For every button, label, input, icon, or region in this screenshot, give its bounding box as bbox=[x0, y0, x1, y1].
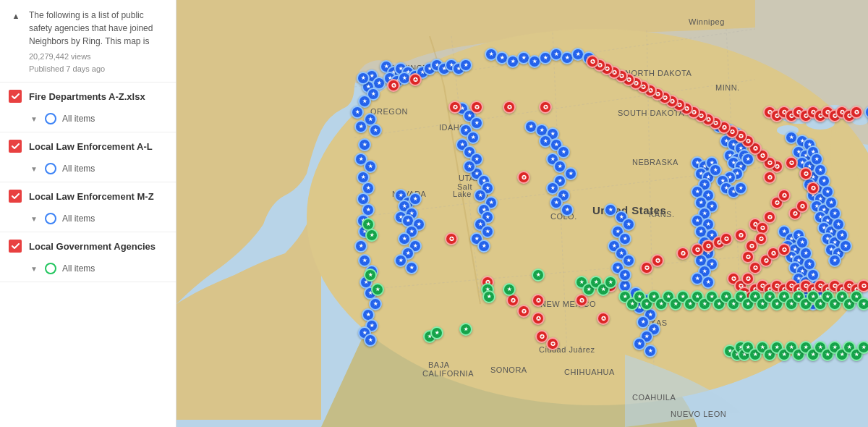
fire-checkbox[interactable] bbox=[9, 90, 22, 103]
law-al-dot-icon bbox=[45, 163, 56, 174]
layer-group-law-al: Local Law Enforcement A-L ▼ All items bbox=[0, 132, 176, 182]
law-mz-checkbox[interactable] bbox=[9, 190, 22, 203]
gov-layer-name: Local Government Agencies bbox=[29, 241, 167, 252]
view-count: 20,279,442 views bbox=[29, 51, 164, 63]
layer-row-law-al: Local Law Enforcement A-L bbox=[0, 132, 176, 160]
fire-layer-name: Fire Departments A-Z.xlsx bbox=[29, 91, 167, 102]
law-mz-dot-icon bbox=[45, 213, 56, 224]
layer-group-law-mz: Local Law Enforcement M-Z ▼ All items bbox=[0, 182, 176, 232]
map-area[interactable]: WASHINGTON MONTANA NORTH DAKOTA MINN. ID… bbox=[176, 0, 868, 427]
gov-dot-icon bbox=[45, 263, 56, 274]
fire-items-row[interactable]: ▼ All items bbox=[0, 110, 176, 132]
layer-group-fire: Fire Departments A-Z.xlsx ▼ All items bbox=[0, 83, 176, 132]
gov-items-label: All items bbox=[62, 263, 95, 274]
sidebar-header: ▲ The following is a list of public safe… bbox=[0, 0, 176, 83]
svg-point-5 bbox=[780, 108, 817, 124]
gov-checkbox[interactable] bbox=[9, 240, 22, 253]
layer-row-fire: Fire Departments A-Z.xlsx bbox=[0, 83, 176, 110]
fire-dot-icon bbox=[45, 113, 56, 124]
published-date: Published 7 days ago bbox=[29, 63, 164, 75]
layer-group-gov: Local Government Agencies ▼ All items bbox=[0, 232, 176, 282]
svg-point-6 bbox=[777, 125, 799, 135]
gov-items-row[interactable]: ▼ All items bbox=[0, 260, 176, 282]
law-mz-expand-chevron: ▼ bbox=[29, 215, 39, 223]
fire-expand-chevron: ▼ bbox=[29, 115, 39, 123]
gov-expand-chevron: ▼ bbox=[29, 265, 39, 273]
law-al-expand-chevron: ▼ bbox=[29, 165, 39, 173]
sidebar: ▲ The following is a list of public safe… bbox=[0, 0, 176, 427]
law-mz-items-row[interactable]: ▼ All items bbox=[0, 210, 176, 232]
svg-point-1 bbox=[307, 29, 868, 405]
svg-point-3 bbox=[851, 114, 868, 125]
layer-row-gov: Local Government Agencies bbox=[0, 232, 176, 260]
law-al-items-row[interactable]: ▼ All items bbox=[0, 160, 176, 182]
law-mz-items-label: All items bbox=[62, 214, 95, 224]
layer-row-law-mz: Local Law Enforcement M-Z bbox=[0, 182, 176, 210]
fire-items-label: All items bbox=[62, 114, 95, 124]
law-al-checkbox[interactable] bbox=[9, 140, 22, 153]
law-mz-layer-name: Local Law Enforcement M-Z bbox=[29, 191, 167, 202]
law-al-items-label: All items bbox=[62, 164, 95, 174]
sidebar-description: The following is a list of public safety… bbox=[29, 9, 164, 48]
law-al-layer-name: Local Law Enforcement A-L bbox=[29, 141, 167, 152]
collapse-chevron[interactable]: ▲ bbox=[10, 10, 22, 22]
